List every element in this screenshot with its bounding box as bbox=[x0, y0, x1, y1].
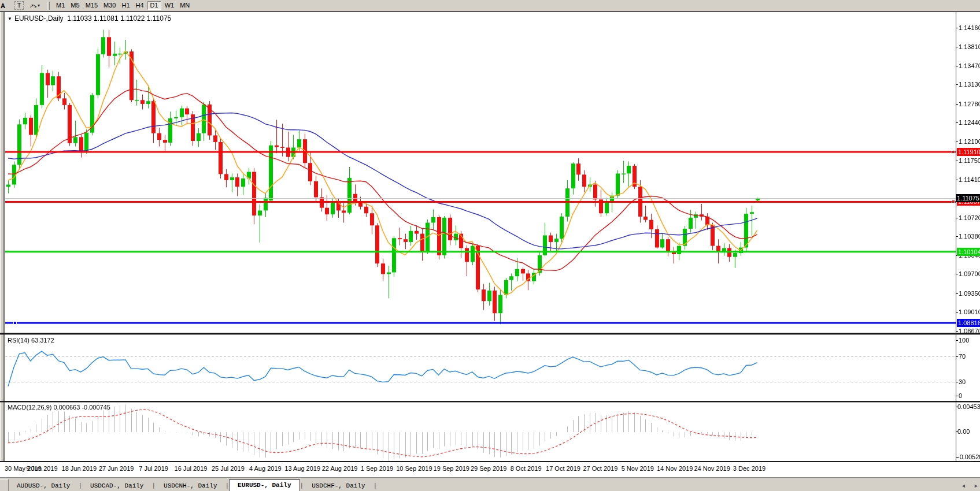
main-chart-canvas[interactable] bbox=[0, 0, 980, 491]
price-axis-label: 1.09700 bbox=[959, 270, 980, 277]
hline-handle[interactable] bbox=[13, 321, 17, 325]
macd-level-label: 0.004536 bbox=[957, 403, 980, 410]
rsi-level-label: 70 bbox=[959, 353, 966, 360]
tab-scroll-left-icon[interactable]: ◄ bbox=[961, 483, 966, 489]
tab-usdcad[interactable]: USDCAD-, Daily bbox=[82, 481, 151, 491]
tab-usdcnh[interactable]: USDCNH-, Daily bbox=[156, 481, 225, 491]
date-axis-label: 16 Jul 2019 bbox=[175, 465, 208, 472]
date-axis-label: 14 Nov 2019 bbox=[657, 465, 693, 472]
date-axis-label: 5 Nov 2019 bbox=[622, 465, 654, 472]
rsi-level-label: 100 bbox=[959, 337, 969, 344]
price-axis-label: 1.12440 bbox=[959, 119, 980, 126]
macd-caption: MACD(12,26,9) 0.000663 -0.000745 bbox=[8, 404, 110, 411]
date-axis-label: 22 Aug 2019 bbox=[322, 465, 358, 472]
tab-audusd[interactable]: AUDUSD-, Daily bbox=[9, 481, 78, 491]
hline-handle[interactable] bbox=[952, 150, 955, 154]
price-axis-label: 1.09350 bbox=[959, 290, 980, 297]
price-axis-label: 1.13130 bbox=[959, 81, 980, 88]
price-tag-1.08816: 1.08816 bbox=[957, 319, 980, 327]
date-axis-label: 4 Aug 2019 bbox=[249, 465, 282, 472]
tab-separator: | bbox=[225, 481, 229, 491]
rsi-level-label: 0 bbox=[959, 392, 962, 399]
date-axis-label: 8 Oct 2019 bbox=[511, 465, 542, 472]
price-axis-label: 1.13810 bbox=[959, 43, 980, 50]
tab-separator: | bbox=[300, 481, 304, 491]
current-price-tag: 1.11075 bbox=[956, 194, 980, 202]
date-axis-label: 19 Sep 2019 bbox=[434, 465, 469, 472]
price-axis-label: 1.13470 bbox=[959, 62, 980, 69]
date-axis-label: 9 Jun 2019 bbox=[26, 465, 57, 472]
price-axis-label: 1.08670 bbox=[959, 328, 980, 334]
date-axis-label: 18 Jun 2019 bbox=[62, 465, 97, 472]
tab-separator: | bbox=[373, 481, 378, 491]
date-axis-label: 13 Aug 2019 bbox=[284, 465, 320, 472]
hline-handle[interactable] bbox=[952, 200, 955, 203]
chart-ohlc-values: 1.11033 1.11081 1.11022 1.11075 bbox=[67, 14, 171, 23]
date-axis-label: 27 Jun 2019 bbox=[99, 465, 134, 472]
price-axis-label: 1.14160 bbox=[959, 24, 980, 31]
date-axis-label: 1 Sep 2019 bbox=[361, 465, 393, 472]
tab-separator: | bbox=[78, 481, 82, 491]
rsi-caption: RSI(14) 63.3172 bbox=[8, 337, 54, 344]
rsi-level-label: 30 bbox=[959, 378, 966, 385]
tab-eurusd[interactable]: EURUSD-, Daily bbox=[229, 479, 299, 491]
date-axis-label: 17 Oct 2019 bbox=[546, 465, 580, 472]
price-axis-label: 1.12780 bbox=[959, 101, 980, 107]
price-axis-label: 1.09010 bbox=[959, 308, 980, 315]
price-axis-label: 1.12100 bbox=[959, 138, 980, 145]
price-tag-1.10104: 1.10104 bbox=[957, 248, 980, 256]
price-axis-label: 1.11410 bbox=[959, 176, 980, 183]
price-tag-1.11910: 1.11910 bbox=[957, 148, 980, 156]
tab-scroll-right-icon[interactable]: ► bbox=[974, 483, 979, 489]
date-axis-label: 29 Sep 2019 bbox=[471, 465, 506, 472]
macd-level-label: -0.005205 bbox=[957, 453, 980, 460]
collapse-triangle-icon[interactable]: ▼ bbox=[8, 16, 12, 21]
date-axis-label: 3 Dec 2019 bbox=[733, 465, 765, 472]
date-axis-label: 10 Sep 2019 bbox=[396, 465, 432, 472]
date-axis-label: 7 Jul 2019 bbox=[139, 465, 168, 472]
date-axis-label: 27 Oct 2019 bbox=[583, 465, 617, 472]
date-axis-label: 25 Jul 2019 bbox=[212, 465, 245, 472]
chart-tab-bar: AUDUSD-, Daily|USDCAD-, Daily|USDCNH-, D… bbox=[0, 477, 980, 491]
tab-bar-stub bbox=[0, 479, 9, 491]
tab-separator: | bbox=[151, 481, 156, 491]
macd-level-label: 0.00 bbox=[957, 428, 970, 435]
date-axis: 30 May 20199 Jun 201918 Jun 201927 Jun 2… bbox=[0, 462, 980, 477]
terminal-window: A T ↗↘ ▾ M1M5M15M30H1H4D1W1MN ▼EURUSD-,D… bbox=[0, 0, 980, 491]
price-axis-label: 1.11750 bbox=[959, 157, 980, 164]
price-axis-label: 1.10380 bbox=[959, 233, 980, 240]
price-axis-label: 1.10720 bbox=[959, 214, 980, 221]
chart-title: ▼EURUSD-,Daily 1.11033 1.11081 1.11022 1… bbox=[8, 14, 171, 23]
tab-usdchf[interactable]: USDCHF-, Daily bbox=[304, 481, 373, 491]
date-axis-label: 24 Nov 2019 bbox=[694, 465, 730, 472]
chart-symbol-period: EURUSD-,Daily bbox=[14, 14, 64, 23]
